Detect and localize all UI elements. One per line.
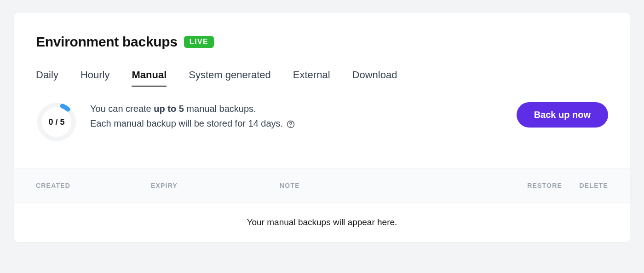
info-line-2: Each manual backup will be stored for 14… [90, 116, 504, 131]
backup-count-ring: 0 / 5 [36, 101, 77, 143]
col-header-created: CREATED [36, 182, 151, 189]
info-line-1-suffix: manual backups. [184, 104, 256, 114]
table-header: CREATED EXPIRY NOTE RESTORE DELETE [14, 168, 630, 203]
info-text: You can create up to 5 manual backups. E… [90, 101, 504, 131]
backup-count-label: 0 / 5 [48, 117, 64, 127]
tab-hourly[interactable]: Hourly [80, 69, 110, 87]
help-icon[interactable] [287, 120, 295, 128]
title-row: Environment backups LIVE [36, 34, 608, 50]
col-header-expiry: EXPIRY [151, 182, 280, 189]
page-title: Environment backups [36, 34, 178, 50]
col-header-delete: DELETE [562, 182, 608, 189]
tab-manual[interactable]: Manual [132, 69, 167, 87]
info-line-1-bold: up to 5 [154, 104, 184, 114]
info-line-1-prefix: You can create [90, 104, 154, 114]
tab-external[interactable]: External [293, 69, 330, 87]
info-line-2-text: Each manual backup will be stored for 14… [90, 118, 283, 128]
card-header: Environment backups LIVE Daily Hourly Ma… [14, 13, 630, 87]
env-badge: LIVE [184, 36, 214, 48]
empty-state: Your manual backups will appear here. [14, 203, 630, 242]
tabs: Daily Hourly Manual System generated Ext… [36, 69, 608, 87]
tab-download[interactable]: Download [352, 69, 397, 87]
tab-daily[interactable]: Daily [36, 69, 58, 87]
tab-system-generated[interactable]: System generated [189, 69, 271, 87]
backup-now-button[interactable]: Back up now [517, 102, 608, 128]
svg-point-3 [290, 126, 291, 127]
backups-card: Environment backups LIVE Daily Hourly Ma… [14, 13, 630, 242]
info-line-1: You can create up to 5 manual backups. [90, 101, 504, 116]
info-row: 0 / 5 You can create up to 5 manual back… [14, 98, 630, 168]
col-header-note: NOTE [280, 182, 484, 189]
col-header-restore: RESTORE [484, 182, 562, 189]
